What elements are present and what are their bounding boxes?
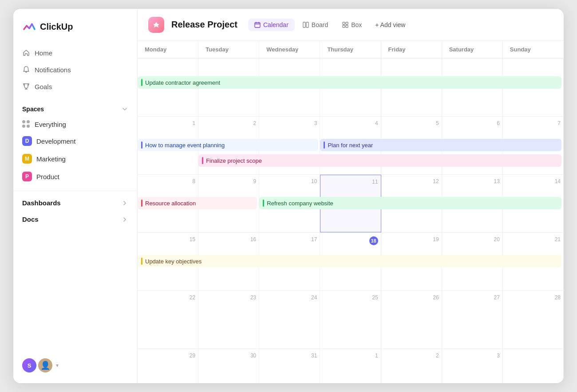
- event-label: Update key objectives: [145, 258, 202, 265]
- calendar-week-0: Update contractor agreement: [138, 59, 564, 117]
- box-tab-icon: [342, 22, 348, 28]
- date-1-2: 3: [262, 120, 317, 126]
- calendar-cell-5-3[interactable]: 1: [320, 349, 381, 383]
- event-ev1[interactable]: Update contractor agreement: [138, 76, 561, 89]
- event-label: Plan for next year: [328, 142, 373, 149]
- date-1-0: 1: [140, 120, 195, 126]
- date-2-3: 11: [323, 179, 378, 185]
- date-2-0: 8: [140, 178, 195, 184]
- date-3-4: 19: [384, 236, 439, 243]
- sidebar-item-dashboards[interactable]: Dashboards: [17, 195, 134, 211]
- event-bar: [263, 200, 264, 207]
- event-bar: [202, 157, 203, 164]
- date-5-2: 31: [262, 353, 317, 359]
- sidebar-item-notifications[interactable]: Notifications: [17, 61, 134, 78]
- sidebar-nav: Home Notifications: [13, 44, 137, 95]
- day-header-tue: Tuesday: [198, 41, 259, 58]
- main-content: Release Project Calendar Board: [138, 9, 564, 383]
- calendar-cell-4-0[interactable]: 22: [138, 291, 198, 349]
- app-container: ClickUp Home Notifications: [13, 9, 564, 383]
- calendar-cell-4-3[interactable]: 25: [320, 291, 381, 349]
- calendar-week-1: 1234567How to manage event planningPlan …: [138, 117, 564, 175]
- tab-board[interactable]: Board: [296, 19, 334, 31]
- calendar-week-3: 15161718192021Update key objectives: [138, 233, 564, 291]
- date-4-1: 23: [201, 294, 256, 301]
- event-ev4[interactable]: Finalize project scope: [198, 154, 561, 167]
- calendar-cell-5-4[interactable]: 2: [381, 349, 442, 383]
- calendar-header: Monday Tuesday Wednesday Thursday Friday…: [138, 41, 564, 59]
- topbar: Release Project Calendar Board: [138, 9, 564, 41]
- date-2-4: 12: [384, 178, 439, 184]
- date-3-6: 21: [506, 236, 561, 243]
- date-4-3: 25: [323, 294, 378, 301]
- chevron-right-icon-docs: [121, 216, 128, 223]
- view-tabs: Calendar Board Box: [248, 19, 411, 31]
- day-header-sun: Sunday: [503, 41, 564, 58]
- sidebar-item-docs[interactable]: Docs: [17, 211, 134, 227]
- date-3-0: 15: [140, 236, 195, 243]
- calendar-cell-5-2[interactable]: 31: [259, 349, 320, 383]
- event-ev7[interactable]: Update key objectives: [138, 255, 561, 267]
- project-icon: [148, 17, 164, 33]
- calendar-cell-4-2[interactable]: 24: [259, 291, 320, 349]
- calendar-week-5: 293031123: [138, 349, 564, 383]
- sidebar-item-goals[interactable]: Goals: [17, 78, 134, 95]
- date-2-2: 10: [262, 178, 317, 184]
- calendar-cell-4-1[interactable]: 23: [198, 291, 259, 349]
- board-tab-icon: [303, 22, 309, 28]
- product-avatar: P: [22, 172, 32, 181]
- calendar-cell-5-6[interactable]: [503, 349, 564, 383]
- add-view-button[interactable]: + Add view: [370, 19, 411, 31]
- day-header-sat: Saturday: [442, 41, 503, 58]
- logo: ClickUp: [13, 20, 137, 44]
- svg-rect-3: [343, 22, 345, 24]
- sidebar-item-development[interactable]: D Development: [17, 132, 134, 150]
- event-label: Finalize project scope: [206, 157, 262, 164]
- day-header-fri: Friday: [381, 41, 442, 58]
- avatar-s[interactable]: S: [22, 358, 36, 372]
- date-2-1: 9: [201, 178, 256, 184]
- everything-icon: [22, 120, 30, 128]
- tab-calendar[interactable]: Calendar: [248, 19, 295, 31]
- sidebar-item-product[interactable]: P Product: [17, 168, 134, 185]
- date-1-3: 4: [323, 120, 378, 126]
- calendar-cell-4-6[interactable]: 28: [503, 291, 564, 349]
- sidebar-item-marketing[interactable]: M Marketing: [17, 150, 134, 168]
- spaces-header[interactable]: Spaces: [17, 104, 134, 116]
- calendar-week-4: 22232425262728: [138, 291, 564, 349]
- sidebar-item-home[interactable]: Home: [17, 44, 134, 61]
- svg-rect-6: [346, 25, 348, 27]
- calendar-cell-4-4[interactable]: 26: [381, 291, 442, 349]
- sidebar-bottom-section: Dashboards Docs: [13, 191, 137, 231]
- event-bar: [141, 200, 142, 207]
- event-ev3[interactable]: Plan for next year: [320, 139, 561, 151]
- calendar-cell-4-5[interactable]: 27: [442, 291, 503, 349]
- sidebar-item-development-label: Development: [36, 137, 75, 145]
- date-5-5: 3: [445, 353, 500, 359]
- date-1-6: 7: [506, 120, 561, 126]
- avatar-photo[interactable]: 👤: [38, 358, 52, 372]
- trophy-icon: [22, 82, 30, 90]
- date-1-5: 6: [445, 120, 500, 126]
- calendar-area: Monday Tuesday Wednesday Thursday Friday…: [138, 41, 564, 383]
- sidebar-item-everything-label: Everything: [35, 121, 66, 128]
- calendar-cell-5-5[interactable]: 3: [442, 349, 503, 383]
- date-3-1: 16: [201, 236, 256, 243]
- event-label: Resource allocation: [145, 200, 196, 207]
- event-ev2[interactable]: How to manage event planning: [138, 139, 318, 151]
- logo-text: ClickUp: [40, 22, 73, 32]
- event-ev5[interactable]: Resource allocation: [138, 197, 257, 209]
- tab-box[interactable]: Box: [336, 19, 368, 31]
- dropdown-arrow[interactable]: ▾: [56, 362, 59, 368]
- date-2-6: 14: [506, 178, 561, 184]
- calendar-cell-5-1[interactable]: 30: [198, 349, 259, 383]
- sidebar-item-everything[interactable]: Everything: [17, 116, 134, 132]
- calendar-grid: Update contractor agreement1234567How to…: [138, 59, 564, 383]
- date-3-5: 20: [445, 236, 500, 243]
- sidebar: ClickUp Home Notifications: [13, 9, 138, 383]
- calendar-cell-5-0[interactable]: 29: [138, 349, 198, 383]
- event-label: Update contractor agreement: [145, 79, 220, 86]
- spaces-section: Spaces Everything D Development: [13, 95, 137, 189]
- spaces-title: Spaces: [22, 106, 44, 113]
- event-ev6[interactable]: Refresh company website: [259, 197, 561, 209]
